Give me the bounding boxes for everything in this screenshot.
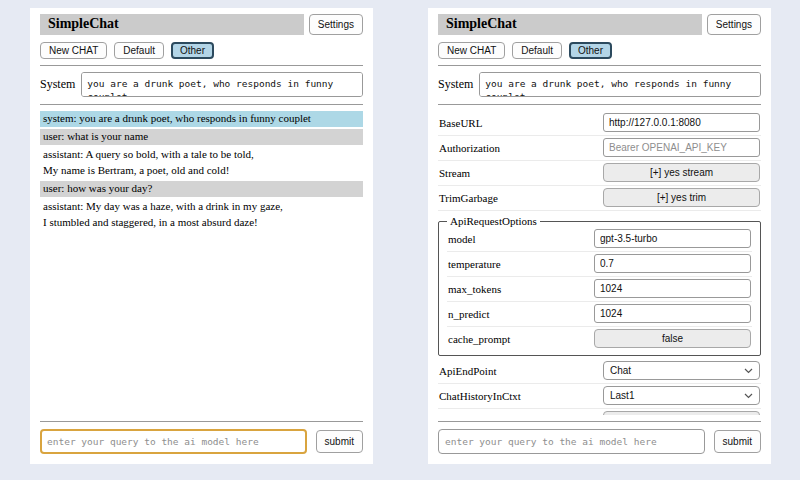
setting-label: cache_prompt	[448, 333, 510, 345]
divider	[438, 65, 761, 66]
session-list: DefaultOther	[512, 42, 612, 59]
setting-row-temperature: temperature	[447, 252, 752, 277]
titlebar: SimpleChat Settings	[40, 14, 363, 35]
setting-label: TrimGarbage	[439, 192, 498, 204]
new-chat-button[interactable]: New CHAT	[40, 42, 107, 59]
setting-row-n-predict: n_predict	[447, 302, 752, 327]
settings-button[interactable]: Settings	[707, 14, 761, 35]
settings-form: BaseURLAuthorizationStream[+] yes stream…	[438, 111, 761, 415]
system-prompt-label: System	[438, 72, 473, 92]
setting-select-chathistoryinctxt[interactable]: Last1	[603, 386, 760, 405]
app-title: SimpleChat	[438, 14, 702, 35]
submit-button[interactable]: submit	[714, 430, 761, 453]
titlebar: SimpleChat Settings	[438, 14, 761, 35]
chat-panel: SimpleChat Settings New CHAT DefaultOthe…	[30, 8, 373, 464]
setting-label: ApiEndPoint	[439, 365, 496, 377]
setting-row-model: model	[447, 227, 752, 252]
settings-button[interactable]: Settings	[309, 14, 363, 35]
select-value: Last1	[610, 390, 634, 401]
setting-row-apiendpoint: ApiEndPointChat	[438, 359, 761, 384]
setting-label: n_predict	[448, 308, 490, 320]
setting-label: Stream	[439, 167, 470, 179]
query-row: submit	[40, 429, 363, 454]
settings-panel: SimpleChat Settings New CHAT DefaultOthe…	[428, 8, 771, 464]
api-request-options-fieldset: ApiRequestOptions modeltemperaturemax_to…	[438, 215, 761, 356]
setting-select-apiendpoint[interactable]: Chat	[603, 361, 760, 380]
setting-toggle-stream[interactable]: [+] yes stream	[603, 163, 760, 182]
select-value: Chat	[610, 365, 631, 376]
setting-row-max-tokens: max_tokens	[447, 277, 752, 302]
app-title: SimpleChat	[40, 14, 304, 35]
setting-toggle-completionfreshchatalways[interactable]: [+] yes fresh	[603, 411, 760, 415]
divider	[438, 104, 761, 105]
divider	[40, 421, 363, 422]
fieldset-legend: ApiRequestOptions	[447, 215, 540, 227]
setting-label: ChatHistoryInCtxt	[439, 390, 521, 402]
session-button-other[interactable]: Other	[569, 42, 612, 59]
session-button-other[interactable]: Other	[171, 42, 214, 59]
setting-row-authorization: Authorization	[438, 136, 761, 161]
setting-toggle-cache-prompt[interactable]: false	[594, 329, 751, 348]
setting-input-temperature[interactable]	[594, 254, 751, 273]
settings-tail-rows: ApiEndPointChatChatHistoryInCtxtLast1Com…	[438, 359, 761, 415]
setting-input-authorization[interactable]	[603, 138, 760, 157]
system-prompt-input[interactable]: you are a drunk poet, who responds in fu…	[81, 72, 363, 97]
chat-message-user: user: what is your name	[40, 129, 363, 145]
settings-fieldset-rows: modeltemperaturemax_tokensn_predictcache…	[447, 227, 752, 351]
query-input[interactable]	[438, 429, 705, 454]
setting-row-completionfreshchatalways: CompletionFreshChatAlways[+] yes fresh	[438, 409, 761, 415]
system-prompt-row: System you are a drunk poet, who respond…	[438, 72, 761, 97]
setting-row-trimgarbage: TrimGarbage[+] yes trim	[438, 186, 761, 211]
setting-label: max_tokens	[448, 283, 501, 295]
setting-row-baseurl: BaseURL	[438, 111, 761, 136]
app-root: SimpleChat Settings New CHAT DefaultOthe…	[0, 0, 800, 480]
session-button-default[interactable]: Default	[114, 42, 164, 59]
session-toolbar: New CHAT DefaultOther	[40, 42, 363, 59]
setting-label: BaseURL	[439, 117, 482, 129]
setting-label: model	[448, 233, 476, 245]
chat-history: system: you are a drunk poet, who respon…	[40, 111, 363, 415]
system-prompt-label: System	[40, 72, 75, 92]
system-prompt-row: System you are a drunk poet, who respond…	[40, 72, 363, 97]
session-toolbar: New CHAT DefaultOther	[438, 42, 761, 59]
divider	[40, 104, 363, 105]
system-prompt-input[interactable]: you are a drunk poet, who responds in fu…	[479, 72, 761, 97]
chevron-down-icon	[744, 368, 753, 374]
query-row: submit	[438, 429, 761, 454]
divider	[40, 65, 363, 66]
setting-input-n-predict[interactable]	[594, 304, 751, 323]
setting-row-chathistoryinctxt: ChatHistoryInCtxtLast1	[438, 384, 761, 409]
chat-message-assistant: assistant: My day was a haze, with a dri…	[40, 199, 363, 231]
session-list: DefaultOther	[114, 42, 214, 59]
setting-label: temperature	[448, 258, 501, 270]
chat-message-system: system: you are a drunk poet, who respon…	[40, 111, 363, 127]
query-input[interactable]	[40, 429, 307, 454]
setting-input-baseurl[interactable]	[603, 113, 760, 132]
submit-button[interactable]: submit	[316, 430, 363, 453]
new-chat-button[interactable]: New CHAT	[438, 42, 505, 59]
setting-input-max-tokens[interactable]	[594, 279, 751, 298]
setting-label: CompletionFreshChatAlways	[439, 415, 570, 416]
chevron-down-icon	[744, 393, 753, 399]
settings-main-rows: BaseURLAuthorizationStream[+] yes stream…	[438, 111, 761, 211]
setting-input-model[interactable]	[594, 229, 751, 248]
chat-message-user: user: how was your day?	[40, 181, 363, 197]
divider	[438, 421, 761, 422]
setting-toggle-trimgarbage[interactable]: [+] yes trim	[603, 188, 760, 207]
setting-row-stream: Stream[+] yes stream	[438, 161, 761, 186]
session-button-default[interactable]: Default	[512, 42, 562, 59]
chat-message-assistant: assistant: A query so bold, with a tale …	[40, 147, 363, 179]
setting-label: Authorization	[439, 142, 500, 154]
setting-row-cache-prompt: cache_promptfalse	[447, 327, 752, 351]
